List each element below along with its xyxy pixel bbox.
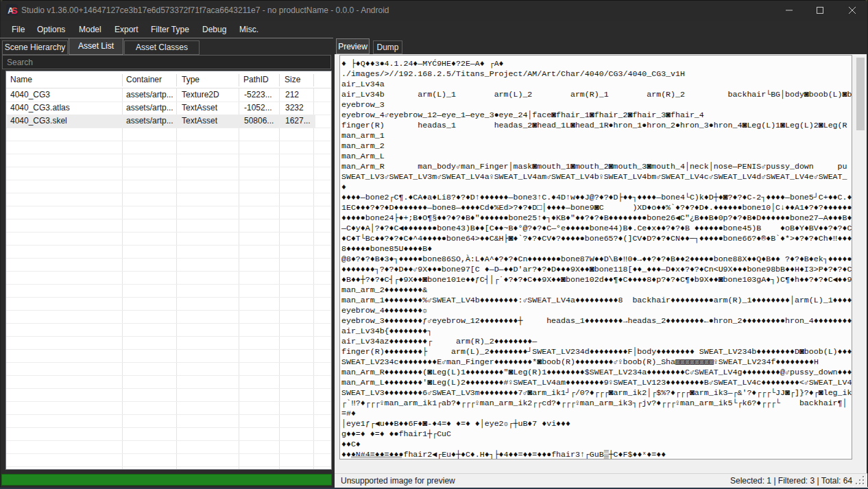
svg-text:S: S [12, 5, 18, 16]
